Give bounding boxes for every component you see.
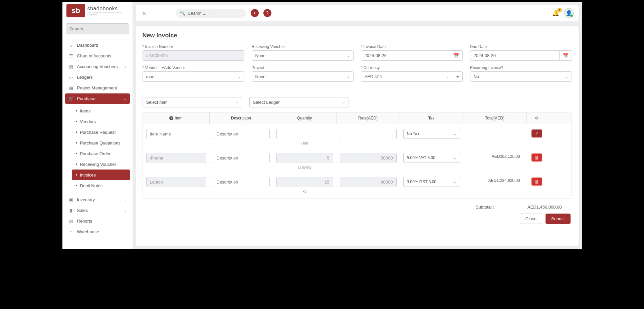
nav-label: Reports (77, 219, 92, 224)
receiving-voucher-select[interactable]: None⌄ (252, 50, 354, 61)
search-input[interactable] (188, 11, 242, 16)
vendor-label-text: Vendor (145, 65, 158, 70)
subnav-invoices[interactable]: Invoices (72, 170, 130, 180)
th-rate: Rate(AED) (337, 112, 400, 124)
subnav-purchase-quotations[interactable]: Purchase Quotations (72, 137, 130, 148)
subnav-purchase-request[interactable]: Purchase Request (72, 127, 130, 137)
item-name-input (146, 177, 206, 187)
subnav-debit-notes[interactable]: Debit Notes (72, 180, 130, 191)
calendar-icon[interactable]: 📅 (450, 50, 463, 61)
nav-reports[interactable]: ▥Reports› (65, 216, 130, 226)
user-avatar[interactable]: 👤 (564, 8, 574, 18)
nav-sales[interactable]: ▮Sales› (65, 205, 130, 216)
description-input[interactable] (213, 129, 270, 139)
rate-input[interactable] (340, 129, 397, 139)
receiving-voucher-label: Receiving Voucher (252, 44, 354, 49)
description-input[interactable] (213, 177, 270, 187)
chevron-down-icon: ⌄ (347, 74, 350, 79)
select-value: 5.00% VAT|5.00 (407, 156, 435, 160)
drag-handle-icon[interactable]: ⋮⋮ (139, 179, 147, 184)
delete-row-button[interactable]: 🗑 (531, 178, 542, 186)
subnav-vendors[interactable]: Vendors (72, 116, 130, 127)
select-value: No (474, 74, 479, 79)
gear-icon[interactable]: ⚙ (527, 112, 547, 124)
currency-select[interactable]: AED AED⌄ (361, 71, 453, 82)
invoice-number-field (143, 50, 244, 61)
project-select[interactable]: None⌄ (252, 71, 354, 82)
info-icon: i (169, 116, 173, 120)
sidebar: sb shadobooks THE FINANCIAL SHADOW OF YO… (62, 2, 133, 249)
nav-label: Ledgers (77, 75, 93, 80)
delete-row-button[interactable]: 🗑 (531, 153, 542, 162)
add-vendor-link[interactable]: +Add Vendor (162, 65, 185, 70)
unit-label: kg (303, 189, 307, 193)
subnav-receiving-voucher[interactable]: Receiving Voucher (72, 159, 130, 170)
nav-label: Chart of Accounts (77, 53, 112, 58)
invoice-number-label: Invoice Number (143, 44, 244, 49)
select-item-dropdown[interactable]: Select item⌄ (143, 97, 242, 107)
sidebar-search-input[interactable] (66, 23, 129, 34)
cart-icon: 🛒 (68, 96, 74, 101)
select-ledger-dropdown[interactable]: Select Ledger⌄ (249, 97, 349, 107)
nav-accounting-vouchers[interactable]: ▤Accounting Vouchers› (65, 61, 130, 72)
row-total: AED262,125.00 (467, 153, 523, 159)
drag-handle-icon[interactable]: ⋮⋮ (139, 155, 147, 160)
warehouse-icon: ⌂ (68, 229, 74, 234)
th-tax: Tax (400, 112, 463, 124)
chevron-down-icon: ⌄ (235, 100, 238, 104)
submit-button[interactable]: Submit (546, 214, 570, 224)
nav-inventory[interactable]: ▣Inventory› (65, 195, 130, 205)
nav-label: Sales (77, 208, 88, 213)
select-value: None (255, 74, 266, 79)
list-icon: ☰ (68, 53, 74, 58)
unit-label: Unit (301, 141, 308, 145)
nav-chart-accounts[interactable]: ☰Chart of Accounts (65, 51, 130, 61)
item-name-input[interactable] (146, 129, 206, 139)
nav-purchase[interactable]: 🛒Purchase⌄ (65, 93, 130, 104)
select-value: AED AED (365, 74, 382, 79)
nav-dashboard[interactable]: ⌂Dashboard (65, 40, 130, 50)
add-currency-button[interactable]: + (453, 71, 463, 82)
logo-mark: sb (66, 4, 85, 17)
vendor-label: Vendor+Add Vendor (143, 65, 244, 70)
nav-label: Purchase (77, 96, 95, 101)
notifications-button[interactable]: 🔔1 (552, 10, 559, 17)
due-date-field[interactable] (470, 50, 560, 61)
nav-label: Inventory (77, 197, 95, 202)
calendar-icon[interactable]: 📅 (560, 50, 572, 61)
nav-warehouse[interactable]: ⌂Warehouse (65, 227, 130, 237)
tax-select[interactable]: No Tax⌄ (403, 129, 460, 139)
quantity-input[interactable] (276, 129, 333, 139)
invoice-date-field[interactable] (361, 50, 450, 61)
quantity-input (276, 177, 333, 187)
close-button[interactable]: Close (520, 214, 542, 224)
chevron-down-icon: ⌄ (565, 74, 568, 79)
th-item: iItem (143, 112, 210, 124)
subnav-purchase-order[interactable]: Purchase Order (72, 148, 130, 159)
table-row: ⋮⋮ Quantity 5.00% VAT|5.00⌄ AED262,125.0… (143, 148, 572, 172)
subnav-items[interactable]: Items (72, 105, 130, 116)
select-value: moni (146, 74, 156, 79)
tax-select[interactable]: 5.00% VAT|5.00⌄ (403, 153, 460, 163)
confirm-row-button[interactable]: ✓ (531, 129, 542, 137)
chevron-right-icon: › (125, 65, 127, 69)
tax-select[interactable]: 3.00% GST|3.00⌄ (403, 177, 460, 187)
help-button[interactable]: ? (263, 9, 271, 17)
nav-project-management[interactable]: ▦Project Management› (65, 83, 130, 93)
collapse-sidebar-button[interactable]: « (141, 10, 148, 17)
vendor-select[interactable]: moni⌄ (143, 71, 244, 82)
subtotal-label: Subtotal : (476, 205, 494, 210)
nav-ledgers[interactable]: ▭Ledgers› (65, 72, 130, 82)
chevron-down-icon: ⌄ (124, 96, 127, 101)
chevron-right-icon: › (125, 219, 127, 223)
rate-input (340, 177, 397, 187)
global-search[interactable]: 🔍 (176, 9, 246, 18)
select-value: No Tax (407, 131, 419, 136)
subtotal-row: Subtotal : AED1,450,000.00 (143, 198, 572, 212)
nav-label: Project Management (77, 85, 117, 90)
recurring-select[interactable]: No⌄ (470, 71, 572, 82)
description-input[interactable] (213, 153, 270, 163)
content: New Invoice Invoice Number Receiving Vou… (136, 26, 579, 246)
add-button[interactable]: + (251, 9, 259, 17)
due-date-label: Due Date (470, 44, 572, 49)
